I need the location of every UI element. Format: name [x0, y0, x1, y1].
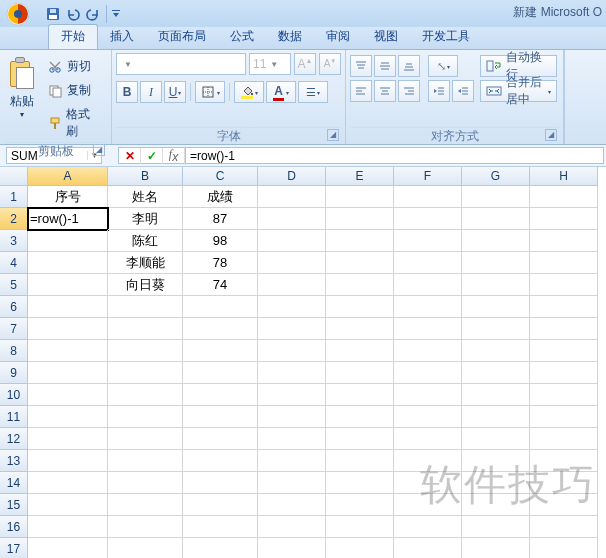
- align-right-icon[interactable]: [398, 80, 420, 102]
- cell-G10[interactable]: [462, 384, 530, 406]
- cells-grid[interactable]: 序号姓名成绩=row()-1李明87陈红98李顺能78向日葵74: [28, 186, 606, 558]
- cell-E14[interactable]: [326, 472, 394, 494]
- cell-D3[interactable]: [258, 230, 326, 252]
- cell-D2[interactable]: [258, 208, 326, 230]
- cell-F2[interactable]: [394, 208, 462, 230]
- align-top-icon[interactable]: [350, 55, 372, 77]
- orientation-icon[interactable]: ⤡▾: [428, 55, 458, 77]
- cancel-formula-icon[interactable]: ✕: [119, 148, 141, 164]
- cell-G13[interactable]: [462, 450, 530, 472]
- cell-G1[interactable]: [462, 186, 530, 208]
- cell-A7[interactable]: [28, 318, 108, 340]
- cell-D17[interactable]: [258, 538, 326, 558]
- cell-A8[interactable]: [28, 340, 108, 362]
- cell-D7[interactable]: [258, 318, 326, 340]
- cell-A9[interactable]: [28, 362, 108, 384]
- cell-G5[interactable]: [462, 274, 530, 296]
- cell-D4[interactable]: [258, 252, 326, 274]
- cell-B13[interactable]: [108, 450, 183, 472]
- align-bottom-icon[interactable]: [398, 55, 420, 77]
- row-header-15[interactable]: 15: [0, 494, 28, 516]
- cell-C17[interactable]: [183, 538, 258, 558]
- cell-F13[interactable]: [394, 450, 462, 472]
- cell-A5[interactable]: [28, 274, 108, 296]
- cell-G12[interactable]: [462, 428, 530, 450]
- align-middle-icon[interactable]: [374, 55, 396, 77]
- cell-G16[interactable]: [462, 516, 530, 538]
- cell-A3[interactable]: [28, 230, 108, 252]
- cell-D1[interactable]: [258, 186, 326, 208]
- qat-save-icon[interactable]: [44, 4, 62, 24]
- cell-E12[interactable]: [326, 428, 394, 450]
- cell-E2[interactable]: [326, 208, 394, 230]
- cell-F17[interactable]: [394, 538, 462, 558]
- office-button[interactable]: [2, 0, 40, 27]
- format-painter-button[interactable]: 格式刷: [43, 104, 104, 142]
- cell-H2[interactable]: [530, 208, 598, 230]
- cell-F12[interactable]: [394, 428, 462, 450]
- align-center-icon[interactable]: [374, 80, 396, 102]
- cell-G7[interactable]: [462, 318, 530, 340]
- cell-H17[interactable]: [530, 538, 598, 558]
- cell-F7[interactable]: [394, 318, 462, 340]
- row-header-10[interactable]: 10: [0, 384, 28, 406]
- qat-redo-icon[interactable]: [84, 4, 102, 24]
- cell-H6[interactable]: [530, 296, 598, 318]
- cell-A14[interactable]: [28, 472, 108, 494]
- cell-A4[interactable]: [28, 252, 108, 274]
- cell-H10[interactable]: [530, 384, 598, 406]
- cell-A6[interactable]: [28, 296, 108, 318]
- cell-B1[interactable]: 姓名: [108, 186, 183, 208]
- tab-数据[interactable]: 数据: [266, 25, 314, 49]
- cell-D11[interactable]: [258, 406, 326, 428]
- underline-button[interactable]: U▾: [164, 81, 186, 103]
- copy-button[interactable]: 复制: [43, 80, 104, 101]
- font-size-combo[interactable]: 11▼: [249, 53, 291, 75]
- cell-F3[interactable]: [394, 230, 462, 252]
- cell-C9[interactable]: [183, 362, 258, 384]
- cell-C4[interactable]: 78: [183, 252, 258, 274]
- row-header-8[interactable]: 8: [0, 340, 28, 362]
- cell-E16[interactable]: [326, 516, 394, 538]
- cell-H4[interactable]: [530, 252, 598, 274]
- cell-C2[interactable]: 87: [183, 208, 258, 230]
- cell-F6[interactable]: [394, 296, 462, 318]
- cell-H1[interactable]: [530, 186, 598, 208]
- cell-H11[interactable]: [530, 406, 598, 428]
- formula-input[interactable]: =row()-1: [186, 147, 604, 164]
- cell-C15[interactable]: [183, 494, 258, 516]
- increase-font-icon[interactable]: A▲: [294, 53, 316, 75]
- cell-A1[interactable]: 序号: [28, 186, 108, 208]
- cell-F10[interactable]: [394, 384, 462, 406]
- cell-D9[interactable]: [258, 362, 326, 384]
- cell-F15[interactable]: [394, 494, 462, 516]
- row-header-12[interactable]: 12: [0, 428, 28, 450]
- cell-B16[interactable]: [108, 516, 183, 538]
- cell-C7[interactable]: [183, 318, 258, 340]
- cell-F4[interactable]: [394, 252, 462, 274]
- cell-H14[interactable]: [530, 472, 598, 494]
- row-header-16[interactable]: 16: [0, 516, 28, 538]
- cell-E1[interactable]: [326, 186, 394, 208]
- cell-H3[interactable]: [530, 230, 598, 252]
- font-name-combo[interactable]: ▼: [116, 53, 246, 75]
- row-header-14[interactable]: 14: [0, 472, 28, 494]
- cell-C13[interactable]: [183, 450, 258, 472]
- cell-B10[interactable]: [108, 384, 183, 406]
- cell-G4[interactable]: [462, 252, 530, 274]
- col-header-H[interactable]: H: [530, 167, 598, 186]
- row-header-17[interactable]: 17: [0, 538, 28, 558]
- row-header-3[interactable]: 3: [0, 230, 28, 252]
- tab-页面布局[interactable]: 页面布局: [146, 25, 218, 49]
- row-header-2[interactable]: 2: [0, 208, 28, 230]
- cell-B9[interactable]: [108, 362, 183, 384]
- cell-G15[interactable]: [462, 494, 530, 516]
- cell-B11[interactable]: [108, 406, 183, 428]
- tab-公式[interactable]: 公式: [218, 25, 266, 49]
- cell-D12[interactable]: [258, 428, 326, 450]
- enter-formula-icon[interactable]: ✓: [141, 148, 163, 164]
- cell-H5[interactable]: [530, 274, 598, 296]
- fill-color-button[interactable]: ▾: [234, 81, 264, 103]
- col-header-A[interactable]: A: [28, 167, 108, 186]
- cell-B5[interactable]: 向日葵: [108, 274, 183, 296]
